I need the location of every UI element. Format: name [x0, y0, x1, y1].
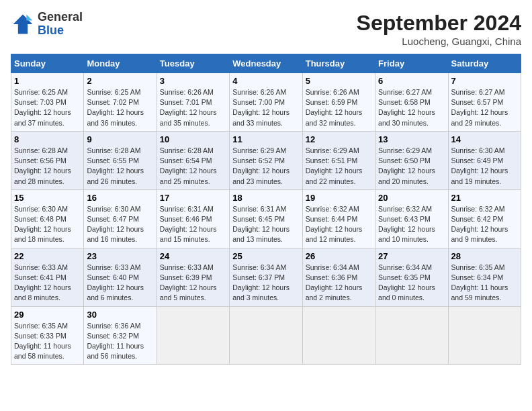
calendar-cell: 11Sunrise: 6:29 AM Sunset: 6:52 PM Dayli…: [230, 131, 302, 189]
day-detail: Sunrise: 6:25 AM Sunset: 7:02 PM Dayligh…: [87, 87, 153, 128]
calendar-cell: 23Sunrise: 6:33 AM Sunset: 6:40 PM Dayli…: [84, 248, 157, 306]
calendar-cell: 26Sunrise: 6:34 AM Sunset: 6:36 PM Dayli…: [302, 248, 375, 306]
weekday-header-thursday: Thursday: [302, 54, 375, 73]
day-detail: Sunrise: 6:29 AM Sunset: 6:51 PM Dayligh…: [306, 146, 372, 187]
calendar-cell: 13Sunrise: 6:29 AM Sunset: 6:50 PM Dayli…: [375, 131, 448, 189]
day-detail: Sunrise: 6:30 AM Sunset: 6:48 PM Dayligh…: [14, 204, 81, 245]
day-detail: Sunrise: 6:28 AM Sunset: 6:54 PM Dayligh…: [160, 146, 226, 187]
month-year: September 2024: [357, 11, 521, 36]
day-detail: Sunrise: 6:30 AM Sunset: 6:47 PM Dayligh…: [87, 204, 153, 245]
day-detail: Sunrise: 6:29 AM Sunset: 6:50 PM Dayligh…: [378, 146, 445, 187]
day-detail: Sunrise: 6:26 AM Sunset: 6:59 PM Dayligh…: [306, 87, 372, 128]
calendar-cell: [448, 306, 521, 365]
day-number: 4: [232, 76, 299, 86]
day-detail: Sunrise: 6:25 AM Sunset: 7:03 PM Dayligh…: [14, 87, 81, 128]
day-number: 5: [306, 76, 372, 86]
day-number: 18: [232, 193, 299, 203]
calendar-cell: 19Sunrise: 6:32 AM Sunset: 6:44 PM Dayli…: [302, 189, 375, 248]
day-number: 13: [378, 134, 445, 144]
calendar-cell: 21Sunrise: 6:32 AM Sunset: 6:42 PM Dayli…: [448, 189, 521, 248]
logo: General Blue: [11, 11, 83, 38]
weekday-header-tuesday: Tuesday: [157, 54, 229, 73]
title-block: September 2024 Luocheng, Guangxi, China: [357, 11, 521, 47]
day-number: 11: [232, 134, 299, 144]
day-detail: Sunrise: 6:27 AM Sunset: 6:58 PM Dayligh…: [378, 87, 445, 128]
day-detail: Sunrise: 6:32 AM Sunset: 6:43 PM Dayligh…: [378, 204, 445, 245]
day-detail: Sunrise: 6:29 AM Sunset: 6:52 PM Dayligh…: [232, 146, 299, 187]
calendar-week-row: 22Sunrise: 6:33 AM Sunset: 6:41 PM Dayli…: [11, 248, 521, 306]
day-detail: Sunrise: 6:26 AM Sunset: 7:00 PM Dayligh…: [232, 87, 299, 128]
calendar-cell: [157, 306, 229, 365]
calendar-cell: 27Sunrise: 6:34 AM Sunset: 6:35 PM Dayli…: [375, 248, 448, 306]
calendar-cell: 5Sunrise: 6:26 AM Sunset: 6:59 PM Daylig…: [302, 73, 375, 132]
day-number: 7: [451, 76, 518, 86]
day-detail: Sunrise: 6:27 AM Sunset: 6:57 PM Dayligh…: [451, 87, 518, 128]
day-detail: Sunrise: 6:33 AM Sunset: 6:41 PM Dayligh…: [14, 263, 81, 304]
calendar-cell: 16Sunrise: 6:30 AM Sunset: 6:47 PM Dayli…: [84, 189, 157, 248]
day-number: 14: [451, 134, 518, 144]
day-detail: Sunrise: 6:35 AM Sunset: 6:34 PM Dayligh…: [451, 263, 518, 304]
logo-icon: [11, 12, 35, 36]
day-detail: Sunrise: 6:31 AM Sunset: 6:45 PM Dayligh…: [232, 204, 299, 245]
day-number: 27: [378, 251, 445, 261]
calendar-cell: 6Sunrise: 6:27 AM Sunset: 6:58 PM Daylig…: [375, 73, 448, 132]
weekday-header-monday: Monday: [84, 54, 157, 73]
calendar-cell: 12Sunrise: 6:29 AM Sunset: 6:51 PM Dayli…: [302, 131, 375, 189]
logo-text: General Blue: [38, 11, 83, 38]
day-number: 21: [451, 193, 518, 203]
calendar-cell: 24Sunrise: 6:33 AM Sunset: 6:39 PM Dayli…: [157, 248, 229, 306]
day-detail: Sunrise: 6:34 AM Sunset: 6:36 PM Dayligh…: [306, 263, 372, 304]
calendar-cell: 17Sunrise: 6:31 AM Sunset: 6:46 PM Dayli…: [157, 189, 229, 248]
svg-marker-1: [26, 14, 32, 20]
day-number: 9: [87, 134, 153, 144]
day-detail: Sunrise: 6:26 AM Sunset: 7:01 PM Dayligh…: [160, 87, 226, 128]
day-number: 15: [14, 193, 81, 203]
calendar-cell: 30Sunrise: 6:36 AM Sunset: 6:32 PM Dayli…: [84, 306, 157, 365]
calendar-table: SundayMondayTuesdayWednesdayThursdayFrid…: [11, 54, 521, 365]
day-number: 29: [14, 310, 81, 320]
calendar-cell: 15Sunrise: 6:30 AM Sunset: 6:48 PM Dayli…: [11, 189, 84, 248]
day-detail: Sunrise: 6:28 AM Sunset: 6:55 PM Dayligh…: [87, 146, 153, 187]
calendar-cell: [230, 306, 302, 365]
calendar-week-row: 8Sunrise: 6:28 AM Sunset: 6:56 PM Daylig…: [11, 131, 521, 189]
day-number: 23: [87, 251, 153, 261]
calendar-cell: [375, 306, 448, 365]
calendar-cell: 3Sunrise: 6:26 AM Sunset: 7:01 PM Daylig…: [157, 73, 229, 132]
calendar-cell: 4Sunrise: 6:26 AM Sunset: 7:00 PM Daylig…: [230, 73, 302, 132]
weekday-header-saturday: Saturday: [448, 54, 521, 73]
calendar-cell: 8Sunrise: 6:28 AM Sunset: 6:56 PM Daylig…: [11, 131, 84, 189]
calendar-cell: 22Sunrise: 6:33 AM Sunset: 6:41 PM Dayli…: [11, 248, 84, 306]
day-number: 17: [160, 193, 226, 203]
day-number: 19: [306, 193, 372, 203]
calendar-week-row: 15Sunrise: 6:30 AM Sunset: 6:48 PM Dayli…: [11, 189, 521, 248]
day-detail: Sunrise: 6:34 AM Sunset: 6:37 PM Dayligh…: [232, 263, 299, 304]
day-number: 30: [87, 310, 153, 320]
day-number: 22: [14, 251, 81, 261]
day-number: 25: [232, 251, 299, 261]
day-detail: Sunrise: 6:33 AM Sunset: 6:40 PM Dayligh…: [87, 263, 153, 304]
day-number: 1: [14, 76, 81, 86]
weekday-header-wednesday: Wednesday: [230, 54, 302, 73]
page-header: General Blue September 2024 Luocheng, Gu…: [11, 11, 521, 47]
day-detail: Sunrise: 6:30 AM Sunset: 6:49 PM Dayligh…: [451, 146, 518, 187]
day-detail: Sunrise: 6:28 AM Sunset: 6:56 PM Dayligh…: [14, 146, 81, 187]
calendar-cell: [302, 306, 375, 365]
day-detail: Sunrise: 6:36 AM Sunset: 6:32 PM Dayligh…: [87, 321, 153, 362]
day-detail: Sunrise: 6:34 AM Sunset: 6:35 PM Dayligh…: [378, 263, 445, 304]
calendar-cell: 14Sunrise: 6:30 AM Sunset: 6:49 PM Dayli…: [448, 131, 521, 189]
weekday-header-sunday: Sunday: [11, 54, 84, 73]
day-number: 3: [160, 76, 226, 86]
calendar-cell: 2Sunrise: 6:25 AM Sunset: 7:02 PM Daylig…: [84, 73, 157, 132]
day-number: 6: [378, 76, 445, 86]
day-number: 10: [160, 134, 226, 144]
day-detail: Sunrise: 6:32 AM Sunset: 6:42 PM Dayligh…: [451, 204, 518, 245]
location: Luocheng, Guangxi, China: [357, 36, 521, 47]
day-number: 28: [451, 251, 518, 261]
day-number: 24: [160, 251, 226, 261]
day-detail: Sunrise: 6:31 AM Sunset: 6:46 PM Dayligh…: [160, 204, 226, 245]
calendar-cell: 10Sunrise: 6:28 AM Sunset: 6:54 PM Dayli…: [157, 131, 229, 189]
day-number: 16: [87, 193, 153, 203]
day-number: 20: [378, 193, 445, 203]
calendar-cell: 28Sunrise: 6:35 AM Sunset: 6:34 PM Dayli…: [448, 248, 521, 306]
calendar-cell: 1Sunrise: 6:25 AM Sunset: 7:03 PM Daylig…: [11, 73, 84, 132]
